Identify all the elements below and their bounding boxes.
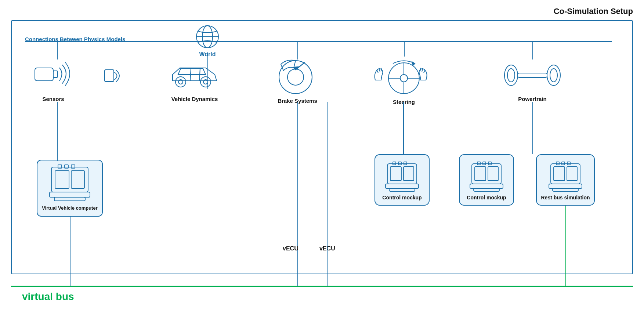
radar-icon [99, 57, 125, 94]
top-hline-left [57, 41, 208, 42]
svg-rect-41 [389, 188, 415, 191]
svg-line-16 [377, 70, 378, 73]
svg-point-13 [287, 69, 304, 85]
svg-rect-54 [562, 162, 565, 165]
svg-rect-4 [53, 71, 58, 77]
svg-rect-40 [386, 184, 419, 188]
sensors-component: Sensors [33, 57, 73, 102]
svg-point-8 [200, 77, 211, 87]
svg-point-29 [504, 65, 518, 86]
control-mockup-2-label: Control mockup [467, 195, 506, 200]
top-hline-right [208, 41, 612, 42]
vehicle-dynamics-icon [165, 57, 224, 94]
rest-bus-label: Rest bus simulation [541, 195, 590, 200]
svg-line-11 [199, 69, 200, 80]
powertrain-component: Powertrain [503, 57, 562, 102]
svg-line-26 [424, 70, 425, 73]
svg-rect-47 [488, 162, 491, 165]
brake-vecu2-vline [327, 102, 328, 286]
vehicle-dynamics-label: Vehicle Dynamics [171, 96, 218, 102]
svg-rect-55 [567, 162, 570, 165]
vehicle-dynamics-component: Vehicle Dynamics [165, 57, 224, 102]
svg-rect-48 [470, 184, 503, 188]
ecu-icon-1 [384, 160, 420, 193]
svg-point-33 [550, 69, 557, 82]
svg-line-28 [420, 68, 421, 71]
control-mockup-1-label: Control mockup [382, 195, 422, 200]
svg-rect-31 [518, 73, 547, 77]
powertrain-vline-top [532, 41, 533, 59]
svg-rect-35 [390, 167, 401, 181]
svg-rect-46 [483, 162, 486, 165]
svg-marker-25 [412, 62, 415, 65]
sensors-label: Sensors [42, 96, 64, 102]
svg-line-18 [381, 68, 382, 71]
vecu-label-1: vECU [283, 245, 299, 252]
svg-rect-65 [54, 197, 85, 201]
page-title: Co-Simulation Setup [554, 7, 633, 16]
svg-rect-49 [474, 188, 499, 191]
svg-rect-53 [556, 162, 559, 165]
svg-rect-44 [488, 167, 498, 181]
powertrain-icon [503, 57, 562, 94]
svg-rect-62 [65, 165, 68, 168]
virtual-bus-label: virtual bus [22, 291, 74, 303]
steering-component: Steering [371, 54, 437, 105]
svg-rect-56 [549, 184, 582, 188]
control-mockup-1: Control mockup [375, 154, 430, 206]
steering-icon [371, 54, 437, 97]
rest-bus-simulation: Rest bus simulation [536, 154, 595, 206]
svg-point-12 [279, 61, 312, 94]
svg-point-32 [547, 65, 560, 86]
virtual-bus-line [11, 286, 633, 287]
svg-point-20 [400, 75, 408, 82]
sensors-vline [57, 41, 58, 59]
sensors-icon [33, 57, 73, 94]
control-mockup-2: Control mockup [459, 154, 514, 206]
svg-rect-61 [58, 165, 62, 168]
svg-rect-64 [50, 192, 90, 197]
svg-rect-43 [475, 167, 486, 181]
restbus-to-vbus-vline [565, 206, 566, 286]
svg-rect-63 [71, 165, 75, 168]
virtual-vehicle-computer: Virtual Vehicle computer [37, 160, 103, 217]
brake-systems-component: Brake Systems [275, 55, 319, 104]
world-icon [195, 24, 220, 50]
sensors-to-vvc-hline [57, 160, 70, 160]
svg-rect-60 [71, 171, 84, 188]
svg-rect-51 [554, 167, 565, 181]
svg-line-10 [190, 69, 191, 80]
powertrain-to-ecu-vline [532, 102, 533, 154]
svg-rect-45 [477, 162, 480, 165]
steering-to-ecu-vline [403, 102, 404, 154]
svg-point-30 [507, 69, 515, 82]
powertrain-label: Powertrain [518, 96, 547, 102]
svg-rect-39 [404, 162, 407, 165]
svg-point-7 [178, 80, 183, 84]
svg-rect-52 [567, 167, 577, 181]
svg-rect-57 [553, 188, 578, 191]
brake-vline-top [297, 41, 298, 59]
ecu-icon-3 [547, 160, 584, 193]
vvc-down-vline [70, 217, 70, 286]
sensors-down-vline [57, 102, 58, 161]
ecu-icon-2 [468, 160, 505, 193]
svg-rect-59 [55, 171, 69, 188]
brake-down-vline [297, 102, 298, 286]
svg-rect-37 [393, 162, 396, 165]
steering-vline-top [404, 41, 405, 57]
svg-rect-3 [35, 68, 53, 81]
svg-rect-5 [105, 70, 114, 82]
brake-systems-icon [275, 55, 319, 95]
svg-point-9 [203, 80, 208, 84]
svg-rect-38 [398, 162, 401, 165]
svg-rect-36 [404, 167, 414, 181]
radar-component [99, 57, 125, 94]
vvc-label: Virtual Vehicle computer [42, 205, 97, 211]
svg-point-6 [176, 77, 186, 87]
vvc-icon [48, 163, 92, 204]
